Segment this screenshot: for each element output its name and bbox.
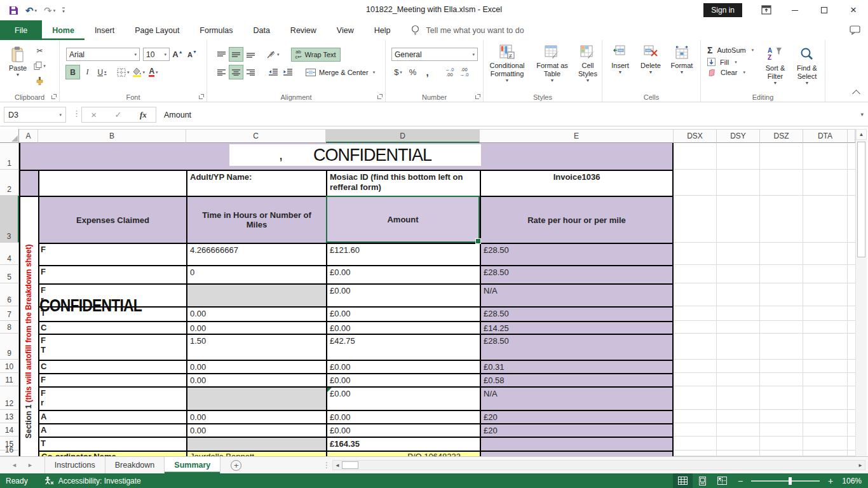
col-header-DSZ[interactable]: DSZ bbox=[760, 129, 803, 143]
scroll-up-icon[interactable]: ▲ bbox=[856, 129, 867, 140]
cell-DSZ10[interactable] bbox=[760, 360, 803, 373]
sheet-tab-summary[interactable]: Summary bbox=[165, 457, 220, 473]
next-sheet-icon[interactable]: ► bbox=[27, 462, 33, 468]
cell-partial-3[interactable] bbox=[848, 196, 855, 243]
cell-DSX11[interactable] bbox=[674, 373, 717, 386]
vertical-scrollbar-thumb[interactable] bbox=[857, 142, 865, 257]
cell-partial-4[interactable] bbox=[848, 243, 855, 265]
cell-C5[interactable]: 0 bbox=[186, 265, 326, 283]
sign-in-button[interactable]: Sign in bbox=[703, 3, 742, 17]
percent-style-button[interactable]: % bbox=[406, 65, 419, 79]
cell-C4[interactable]: 4.266666667 bbox=[186, 243, 326, 265]
ribbon-tab-help[interactable]: Help bbox=[364, 20, 401, 40]
row-header-14[interactable]: 14 bbox=[0, 423, 19, 437]
cell-B16[interactable]: Co-ordinator Name bbox=[38, 451, 186, 456]
cell-DSZ16[interactable] bbox=[760, 451, 803, 456]
cell-B5[interactable]: F bbox=[38, 265, 186, 283]
tab-splitter[interactable]: ⋮ bbox=[323, 461, 330, 470]
ribbon-tab-page-layout[interactable]: Page Layout bbox=[125, 20, 189, 40]
cell-partial-10[interactable] bbox=[848, 360, 855, 373]
row-header-13[interactable]: 13 bbox=[0, 410, 19, 423]
cell-E14[interactable]: £20 bbox=[480, 423, 674, 437]
cell-DSY14[interactable] bbox=[717, 423, 760, 437]
col-header-C[interactable]: C bbox=[186, 129, 326, 143]
cell-DSY15[interactable] bbox=[717, 437, 760, 451]
page-layout-view-button[interactable] bbox=[693, 473, 712, 488]
insert-function-button[interactable]: fx bbox=[140, 110, 147, 120]
scroll-right-icon[interactable]: ► bbox=[856, 463, 865, 468]
zoom-level[interactable]: 106% bbox=[839, 477, 868, 485]
cell-B10[interactable]: C bbox=[38, 360, 186, 373]
insert-cells-button[interactable]: Insert ▼ bbox=[607, 40, 634, 102]
cell-partial-8[interactable] bbox=[848, 321, 855, 334]
collapse-ribbon-button[interactable] bbox=[852, 90, 860, 98]
cell-styles-button[interactable]: Cell Styles ▼ bbox=[573, 40, 602, 102]
cell-DTA5[interactable] bbox=[803, 265, 848, 283]
cell-D5[interactable]: £0.00 bbox=[326, 265, 480, 283]
font-name-combo[interactable]: Arial▾ bbox=[66, 48, 140, 61]
cell-DSX10[interactable] bbox=[674, 360, 717, 373]
cell-DSX3[interactable] bbox=[674, 196, 717, 243]
cell-DSY10[interactable] bbox=[717, 360, 760, 373]
merge-center-button[interactable]: Merge & Center ▾ bbox=[306, 69, 375, 76]
cell-DSX8[interactable] bbox=[674, 321, 717, 334]
copy-button[interactable]: ▾ bbox=[33, 59, 46, 72]
cell-D15[interactable]: £164.35 bbox=[326, 437, 480, 451]
enter-button[interactable]: ✓ bbox=[114, 110, 121, 119]
vertical-scrollbar[interactable]: ▲ bbox=[855, 129, 867, 456]
delete-cells-button[interactable]: Delete ▼ bbox=[637, 40, 664, 102]
cell-DTA12[interactable] bbox=[803, 386, 848, 410]
col-header-A[interactable]: A bbox=[19, 129, 38, 143]
cell-B13[interactable]: A bbox=[38, 410, 186, 423]
cell-D16[interactable]: P/O 10648233 bbox=[326, 451, 480, 456]
cell-C8[interactable]: 0.00 bbox=[186, 321, 326, 334]
cell-B3[interactable]: Expenses Claimed bbox=[38, 196, 186, 243]
cell-E3[interactable]: Rate per hour or per mile bbox=[480, 196, 674, 243]
cell-B11[interactable]: F bbox=[38, 373, 186, 386]
cell-C10[interactable]: 0.00 bbox=[186, 360, 326, 373]
number-dialog-launcher[interactable] bbox=[475, 94, 480, 99]
cell-E12[interactable]: N/A bbox=[480, 386, 674, 410]
cell-E6[interactable]: N/A bbox=[480, 283, 674, 306]
ribbon-tab-file[interactable]: File bbox=[0, 20, 42, 40]
cell-C3[interactable]: Time in Hours or Number of Miles bbox=[186, 196, 326, 243]
cell-DSZ6[interactable] bbox=[760, 283, 803, 306]
cell-partial-11[interactable] bbox=[848, 373, 855, 386]
col-header-B[interactable]: B bbox=[38, 129, 186, 143]
cell-DSY3[interactable] bbox=[717, 196, 760, 243]
cell-DSZ8[interactable] bbox=[760, 321, 803, 334]
cell-E8[interactable]: £14.25 bbox=[480, 321, 674, 334]
cell-C14[interactable]: 0.00 bbox=[186, 423, 326, 437]
cell-DSZ13[interactable] bbox=[760, 410, 803, 423]
cell-B4[interactable]: F bbox=[38, 243, 186, 265]
align-center-button[interactable] bbox=[229, 65, 243, 79]
cell-E16[interactable] bbox=[480, 451, 674, 456]
comments-button[interactable] bbox=[850, 25, 860, 35]
cell-DSY12[interactable] bbox=[717, 386, 760, 410]
cell-partial-9[interactable] bbox=[848, 334, 855, 360]
conditional-formatting-button[interactable]: ≠ Conditional Formatting ▼ bbox=[483, 40, 531, 102]
cell-DSY4[interactable] bbox=[717, 243, 760, 265]
cancel-button[interactable]: × bbox=[91, 109, 97, 120]
italic-button[interactable]: I bbox=[81, 65, 94, 79]
cell-DSZ2[interactable] bbox=[760, 170, 803, 196]
cell-D7[interactable]: £0.00 bbox=[326, 306, 480, 321]
cell-C11[interactable]: 0.00 bbox=[186, 373, 326, 386]
cell-DSY1[interactable] bbox=[717, 143, 760, 170]
col-header-DTA[interactable]: DTA bbox=[803, 129, 848, 143]
decrease-indent-button[interactable] bbox=[266, 65, 280, 79]
shrink-font-button[interactable]: A▼ bbox=[186, 48, 199, 61]
cell-E7[interactable]: £28.50 bbox=[480, 306, 674, 321]
align-right-button[interactable] bbox=[244, 65, 257, 79]
ribbon-tab-home[interactable]: Home bbox=[42, 20, 85, 40]
zoom-slider-thumb[interactable] bbox=[789, 477, 792, 485]
align-bottom-button[interactable] bbox=[244, 48, 257, 61]
row-header-8[interactable]: 8 bbox=[0, 321, 19, 334]
col-header-partial[interactable] bbox=[848, 129, 855, 143]
bold-button[interactable]: B bbox=[66, 65, 79, 79]
row-header-7[interactable]: 7 bbox=[0, 306, 19, 321]
cell-DSZ11[interactable] bbox=[760, 373, 803, 386]
row-header-3[interactable]: 3 bbox=[0, 196, 19, 243]
cell-E5[interactable]: £28.50 bbox=[480, 265, 674, 283]
row-header-16[interactable]: 16 bbox=[0, 451, 19, 456]
